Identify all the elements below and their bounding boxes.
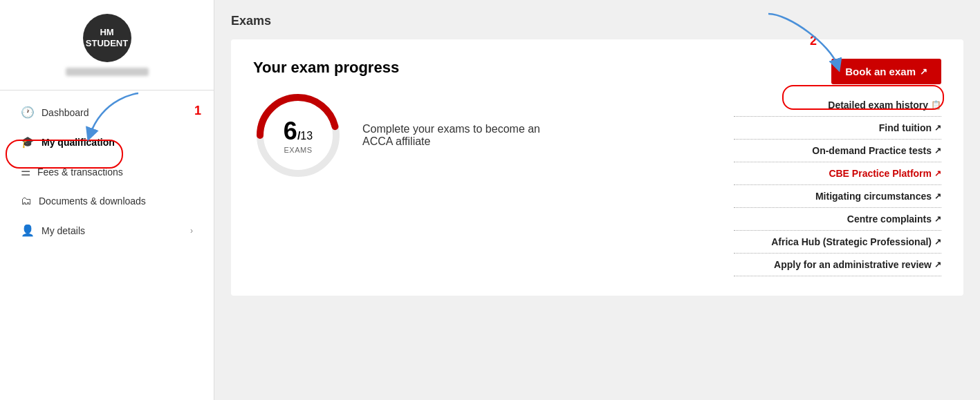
detailed-exam-history-link[interactable]: Detailed exam history 📋 [828, 99, 941, 111]
doc-icon: 📋 [931, 100, 941, 110]
progress-circle: 6/13 EXAMS [253, 91, 343, 180]
list-item-find-tuition: Find tuition ↗ [734, 117, 941, 140]
dashboard-icon: 🕐 [21, 106, 35, 119]
cbe-practice-link[interactable]: CBE Practice Platform ↗ [829, 168, 941, 179]
sidebar-item-my-details[interactable]: 👤 My details › [14, 216, 200, 245]
sidebar-item-my-qualification[interactable]: 🎓 My qualification [14, 127, 200, 157]
right-panel: 2 Book an exam ↗ Detailed exam [734, 59, 941, 276]
links-list: Detailed exam history 📋 Find tuition ↗ O… [734, 94, 941, 276]
list-item-cbe-practice: CBE Practice Platform ↗ [734, 162, 941, 185]
on-demand-practice-link[interactable]: On-demand Practice tests ↗ [812, 145, 941, 156]
list-item-on-demand-practice: On-demand Practice tests ↗ [734, 140, 941, 162]
exam-card: Your exam progress 6/13 [231, 39, 963, 296]
sidebar-divider [0, 90, 214, 91]
main-content: Exams Your exam progress [214, 0, 980, 400]
admin-review-link[interactable]: Apply for an administrative review ↗ [774, 259, 941, 270]
centre-complaints-link[interactable]: Centre complaints ↗ [847, 213, 941, 225]
sidebar-item-documents-downloads[interactable]: 🗂 Documents & downloads [14, 187, 200, 216]
ext-link-icon-6: ↗ [934, 237, 941, 247]
list-item-admin-review: Apply for an administrative review ↗ [734, 254, 941, 276]
ext-link-icon-7: ↗ [934, 260, 941, 269]
page-title: Exams [231, 14, 963, 28]
book-exam-button[interactable]: Book an exam ↗ [831, 59, 941, 84]
progress-center: 6/13 EXAMS [284, 117, 313, 154]
ext-link-icon-3: ↗ [934, 169, 941, 178]
africa-hub-link[interactable]: Africa Hub (Strategic Professional) ↗ [771, 236, 941, 247]
qualification-icon: 🎓 [21, 135, 35, 149]
sidebar: HM STUDENT 🕐 Dashboard 🎓 My qualificatio… [0, 0, 214, 400]
find-tuition-link[interactable]: Find tuition ↗ [879, 122, 941, 133]
progress-description: Complete your exams to become an ACCA af… [362, 123, 556, 148]
annotation-number-2: 2 [810, 34, 817, 48]
avatar: HM STUDENT [83, 14, 131, 62]
sidebar-item-fees-transactions[interactable]: ☰ Fees & transactions [14, 157, 200, 187]
fees-icon: ☰ [21, 165, 30, 178]
ext-link-icon-5: ↗ [934, 214, 941, 224]
chevron-right-icon: › [190, 226, 193, 236]
my-details-icon: 👤 [21, 224, 35, 237]
ext-link-icon-2: ↗ [934, 146, 941, 155]
progress-exams-label: EXAMS [284, 146, 313, 154]
list-item-centre-complaints: Centre complaints ↗ [734, 208, 941, 231]
progress-number: 6/13 [284, 117, 313, 146]
ext-link-icon-1: ↗ [934, 123, 941, 133]
mitigating-circumstances-link[interactable]: Mitigating circumstances ↗ [815, 191, 941, 202]
ext-link-icon-4: ↗ [934, 191, 941, 201]
user-name-blur [66, 68, 149, 76]
external-link-icon: ↗ [920, 66, 927, 77]
exam-progress-title: Your exam progress [253, 59, 556, 77]
sidebar-nav: 🕐 Dashboard 🎓 My qualification ☰ Fees & … [0, 97, 214, 245]
progress-section: Your exam progress 6/13 [253, 59, 734, 180]
list-item-africa-hub: Africa Hub (Strategic Professional) ↗ [734, 231, 941, 254]
list-item-detailed-exam-history: Detailed exam history 📋 [734, 94, 941, 117]
list-item-mitigating-circumstances: Mitigating circumstances ↗ [734, 185, 941, 208]
documents-icon: 🗂 [21, 195, 32, 207]
sidebar-item-dashboard[interactable]: 🕐 Dashboard [14, 97, 200, 127]
